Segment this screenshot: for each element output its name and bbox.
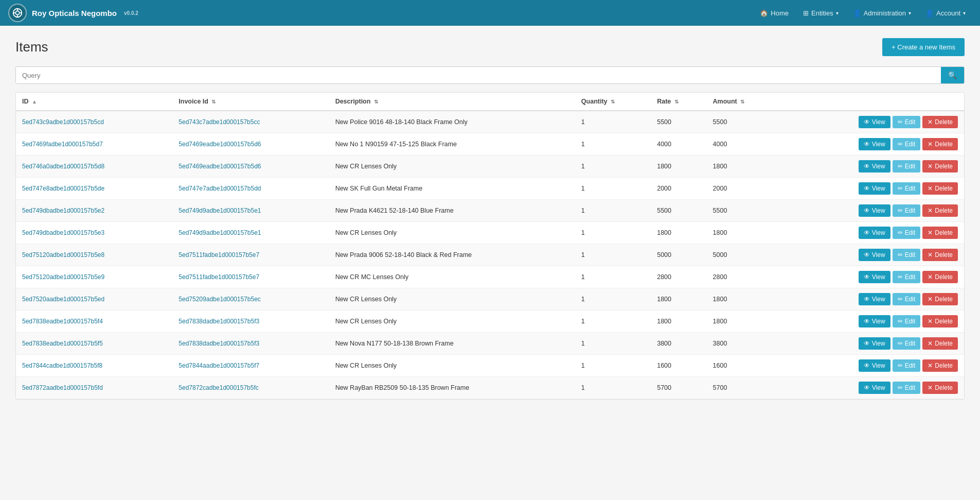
col-description[interactable]: Description ⇅ bbox=[329, 93, 575, 111]
view-button[interactable]: 👁 View bbox=[859, 382, 890, 394]
delete-button[interactable]: ✕ Delete bbox=[922, 227, 958, 239]
delete-button[interactable]: ✕ Delete bbox=[922, 249, 958, 261]
invoice-id-link[interactable]: 5ed747e7adbe1d000157b5dd bbox=[179, 185, 261, 192]
id-link[interactable]: 5ed7520aadbe1d000157b5ed bbox=[22, 296, 104, 303]
edit-button[interactable]: ✏ Edit bbox=[893, 227, 921, 239]
id-link[interactable]: 5ed747e8adbe1d000157b5de bbox=[22, 185, 104, 192]
create-new-items-button[interactable]: + Create a new Items bbox=[882, 38, 965, 56]
invoice-id-link[interactable]: 5ed7469eadbe1d000157b5d6 bbox=[179, 163, 261, 170]
cell-description: New Nova N177 50-18-138 Brown Frame bbox=[329, 333, 575, 355]
id-link[interactable]: 5ed75120adbe1d000157b5e8 bbox=[22, 251, 104, 258]
col-rate[interactable]: Rate ⇅ bbox=[651, 93, 706, 111]
cell-amount: 3800 bbox=[707, 333, 780, 355]
id-link[interactable]: 5ed743c9adbe1d000157b5cd bbox=[22, 118, 104, 126]
invoice-id-link[interactable]: 5ed75209adbe1d000157b5ec bbox=[179, 296, 261, 303]
edit-button[interactable]: ✏ Edit bbox=[893, 315, 921, 327]
col-amount[interactable]: Amount ⇅ bbox=[707, 93, 780, 111]
invoice-id-link[interactable]: 5ed7511fadbe1d000157b5e7 bbox=[179, 273, 259, 281]
pencil-icon: ✏ bbox=[898, 141, 903, 148]
invoice-id-link[interactable]: 5ed7511fadbe1d000157b5e7 bbox=[179, 251, 259, 258]
col-id[interactable]: ID ▲ bbox=[16, 93, 172, 111]
invoice-id-link[interactable]: 5ed749d9adbe1d000157b5e1 bbox=[179, 229, 261, 236]
id-link[interactable]: 5ed749dbadbe1d000157b5e3 bbox=[22, 229, 104, 236]
invoice-id-link[interactable]: 5ed7844aadbe1d000157b5f7 bbox=[179, 362, 259, 369]
view-button[interactable]: 👁 View bbox=[859, 293, 890, 305]
edit-button[interactable]: ✏ Edit bbox=[893, 293, 921, 305]
edit-button[interactable]: ✏ Edit bbox=[893, 138, 921, 150]
cell-invoice-id: 5ed7872cadbe1d000157b5fc bbox=[172, 377, 329, 399]
col-quantity[interactable]: Quantity ⇅ bbox=[575, 93, 651, 111]
edit-button[interactable]: ✏ Edit bbox=[893, 337, 921, 350]
edit-button[interactable]: ✏ Edit bbox=[893, 382, 921, 394]
delete-button[interactable]: ✕ Delete bbox=[922, 293, 958, 305]
view-button[interactable]: 👁 View bbox=[859, 315, 890, 327]
brand-link[interactable]: Roy Opticals Negombo v0.0.2 bbox=[8, 4, 138, 22]
edit-button[interactable]: ✏ Edit bbox=[893, 160, 921, 173]
cell-id: 5ed746a0adbe1d000157b5d8 bbox=[16, 156, 172, 178]
col-invoice-id[interactable]: Invoice Id ⇅ bbox=[172, 93, 329, 111]
eye-icon: 👁 bbox=[864, 251, 870, 258]
view-button[interactable]: 👁 View bbox=[859, 116, 890, 128]
id-link[interactable]: 5ed75120adbe1d000157b5e9 bbox=[22, 273, 104, 281]
nav-administration[interactable]: 👤 Administration ▾ bbox=[847, 5, 917, 21]
edit-button[interactable]: ✏ Edit bbox=[893, 359, 921, 372]
view-button[interactable]: 👁 View bbox=[859, 204, 890, 217]
cell-amount: 1800 bbox=[707, 311, 780, 333]
eye-icon: 👁 bbox=[864, 185, 870, 192]
search-input[interactable] bbox=[16, 67, 941, 83]
id-link[interactable]: 5ed7844cadbe1d000157b5f8 bbox=[22, 362, 102, 369]
delete-button[interactable]: ✕ Delete bbox=[922, 337, 958, 350]
table-row: 5ed7469fadbe1d000157b5d7 5ed7469eadbe1d0… bbox=[16, 133, 964, 156]
cell-invoice-id: 5ed7838dadbe1d000157b5f3 bbox=[172, 333, 329, 355]
pencil-icon: ✏ bbox=[898, 163, 903, 170]
cell-rate: 1800 bbox=[651, 156, 706, 178]
id-link[interactable]: 5ed7838eadbe1d000157b5f5 bbox=[22, 340, 103, 347]
view-button[interactable]: 👁 View bbox=[859, 160, 890, 173]
delete-button[interactable]: ✕ Delete bbox=[922, 160, 958, 173]
invoice-id-link[interactable]: 5ed7469eadbe1d000157b5d6 bbox=[179, 141, 261, 148]
invoice-id-link[interactable]: 5ed7872cadbe1d000157b5fc bbox=[179, 384, 258, 391]
edit-button[interactable]: ✏ Edit bbox=[893, 204, 921, 217]
id-link[interactable]: 5ed7838eadbe1d000157b5f4 bbox=[22, 318, 103, 325]
id-link[interactable]: 5ed746a0adbe1d000157b5d8 bbox=[22, 163, 104, 170]
invoice-id-link[interactable]: 5ed7838dadbe1d000157b5f3 bbox=[179, 318, 259, 325]
view-button[interactable]: 👁 View bbox=[859, 249, 890, 261]
invoice-id-link[interactable]: 5ed743c7adbe1d000157b5cc bbox=[179, 118, 260, 126]
view-button[interactable]: 👁 View bbox=[859, 359, 890, 372]
id-link[interactable]: 5ed7872aadbe1d000157b5fd bbox=[22, 384, 103, 391]
view-button[interactable]: 👁 View bbox=[859, 138, 890, 150]
view-button[interactable]: 👁 View bbox=[859, 271, 890, 283]
invoice-id-link[interactable]: 5ed7838dadbe1d000157b5f3 bbox=[179, 340, 259, 347]
nav-home[interactable]: 🏠 Home bbox=[754, 5, 795, 21]
nav-entities[interactable]: ⊞ Entities ▾ bbox=[797, 5, 845, 21]
delete-button[interactable]: ✕ Delete bbox=[922, 271, 958, 283]
edit-button[interactable]: ✏ Edit bbox=[893, 182, 921, 195]
edit-button[interactable]: ✏ Edit bbox=[893, 116, 921, 128]
view-button[interactable]: 👁 View bbox=[859, 337, 890, 350]
view-button[interactable]: 👁 View bbox=[859, 227, 890, 239]
id-link[interactable]: 5ed749dbadbe1d000157b5e2 bbox=[22, 207, 104, 214]
delete-button[interactable]: ✕ Delete bbox=[922, 182, 958, 195]
id-link[interactable]: 5ed7469fadbe1d000157b5d7 bbox=[22, 141, 103, 148]
search-button[interactable]: 🔍 bbox=[941, 67, 964, 83]
delete-button[interactable]: ✕ Delete bbox=[922, 116, 958, 128]
delete-button[interactable]: ✕ Delete bbox=[922, 382, 958, 394]
delete-button[interactable]: ✕ Delete bbox=[922, 359, 958, 372]
main-content: Items + Create a new Items 🔍 ID ▲ Invoic… bbox=[0, 26, 980, 412]
brand-version: v0.0.2 bbox=[124, 10, 138, 16]
times-icon: ✕ bbox=[928, 384, 933, 391]
cell-description: New CR Lenses Only bbox=[329, 222, 575, 244]
cell-id: 5ed749dbadbe1d000157b5e2 bbox=[16, 200, 172, 222]
edit-button[interactable]: ✏ Edit bbox=[893, 271, 921, 283]
invoice-id-link[interactable]: 5ed749d9adbe1d000157b5e1 bbox=[179, 207, 261, 214]
delete-button[interactable]: ✕ Delete bbox=[922, 315, 958, 327]
delete-button[interactable]: ✕ Delete bbox=[922, 138, 958, 150]
cell-description: New Prada 9006 52-18-140 Black & Red Fra… bbox=[329, 244, 575, 266]
times-icon: ✕ bbox=[928, 185, 933, 192]
nav-account[interactable]: 👤 Account ▾ bbox=[919, 5, 972, 21]
view-button[interactable]: 👁 View bbox=[859, 182, 890, 195]
delete-button[interactable]: ✕ Delete bbox=[922, 204, 958, 217]
eye-icon: 👁 bbox=[864, 163, 870, 170]
edit-button[interactable]: ✏ Edit bbox=[893, 249, 921, 261]
cell-id: 5ed7520aadbe1d000157b5ed bbox=[16, 288, 172, 311]
